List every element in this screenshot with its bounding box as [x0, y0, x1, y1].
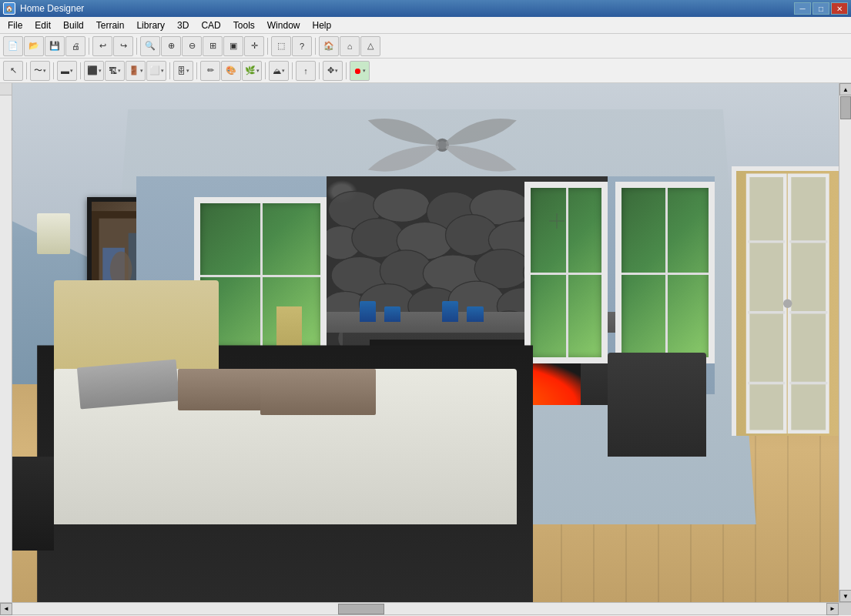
separator-10 — [265, 62, 266, 79]
menu-tools[interactable]: Tools — [227, 18, 261, 32]
main-area: ▲ ▼ — [0, 83, 851, 602]
arrow-up-button[interactable]: ↑ — [296, 61, 316, 81]
zoom-all-button[interactable]: ▣ — [223, 36, 243, 56]
print-button[interactable]: 🖨 — [65, 36, 85, 56]
separator-4 — [315, 38, 316, 55]
menu-help[interactable]: Help — [306, 18, 337, 32]
3d-viewport[interactable] — [12, 83, 839, 602]
menu-bar: File Edit Build Terrain Library 3D CAD T… — [0, 17, 851, 34]
menu-3d[interactable]: 3D — [171, 18, 195, 32]
vase-1 — [360, 301, 376, 322]
hscroll-track[interactable] — [12, 603, 826, 614]
wall-button[interactable]: ▬▾ — [57, 61, 77, 81]
pillow-3 — [260, 369, 376, 416]
undo-button[interactable]: ↩ — [92, 36, 112, 56]
separator-11 — [292, 62, 293, 79]
menu-cad[interactable]: CAD — [195, 18, 226, 32]
menu-terrain[interactable]: Terrain — [90, 18, 131, 32]
menu-library[interactable]: Library — [130, 18, 171, 32]
move-button[interactable]: ✥▾ — [323, 61, 343, 81]
svg-rect-40 — [748, 176, 785, 432]
vase-3 — [442, 301, 458, 322]
app-icon: 🏠 — [3, 2, 15, 15]
menu-file[interactable]: File — [2, 18, 28, 32]
scroll-corner — [839, 603, 851, 615]
record-button[interactable]: ⏺▾ — [350, 61, 370, 81]
minimize-button[interactable]: ─ — [794, 2, 811, 15]
separator-12 — [319, 62, 320, 79]
floor-button[interactable]: ⌂ — [340, 36, 360, 56]
separator-9 — [196, 62, 197, 79]
ruler-corner — [0, 83, 12, 95]
zoom-out-button[interactable]: ⊖ — [182, 36, 202, 56]
window-divider-v3 — [665, 188, 668, 357]
open-button[interactable]: 📂 — [24, 36, 44, 56]
crosshair-icon — [549, 213, 565, 229]
zoom-in-button[interactable]: ⊕ — [161, 36, 181, 56]
nightstand — [12, 457, 54, 550]
door-button[interactable]: 🚪▾ — [126, 61, 146, 81]
separator-2 — [136, 38, 137, 55]
svg-point-1 — [438, 142, 447, 150]
stairs-button[interactable]: 🏗▾ — [105, 61, 125, 81]
window-title: Home Designer — [20, 3, 84, 14]
view3d-button[interactable]: ⬚ — [271, 36, 291, 56]
vertical-scrollbar[interactable]: ▲ ▼ — [839, 83, 851, 602]
redo-button[interactable]: ↪ — [113, 36, 133, 56]
help-button[interactable]: ? — [292, 36, 312, 56]
armchair — [608, 353, 707, 457]
select-button[interactable]: ↖ — [3, 61, 23, 81]
french-doors-right — [732, 166, 839, 436]
room-scene — [12, 83, 839, 602]
draw-button[interactable]: 〜▾ — [30, 61, 50, 81]
house-button[interactable]: 🏠 — [319, 36, 339, 56]
pan-button[interactable]: ✛ — [244, 36, 264, 56]
title-bar: 🏠 Home Designer ─ □ ✕ — [0, 0, 851, 17]
separator-1 — [89, 38, 89, 55]
terrain-tool-button[interactable]: ⛰▾ — [269, 61, 289, 81]
zoom-fit-button[interactable]: ⊞ — [203, 36, 223, 56]
new-button[interactable]: 📄 — [3, 36, 23, 56]
roof-button[interactable]: △ — [360, 36, 380, 56]
window-back-right — [524, 182, 607, 363]
toolbar-1: 📄 📂 💾 🖨 ↩ ↪ 🔍 ⊕ ⊖ ⊞ ▣ ✛ ⬚ ? 🏠 ⌂ △ — [0, 34, 851, 59]
maximize-button[interactable]: □ — [812, 2, 829, 15]
room-button[interactable]: ⬛▾ — [84, 61, 104, 81]
scroll-left-button[interactable]: ◄ — [0, 603, 12, 615]
scroll-up-button[interactable]: ▲ — [839, 83, 851, 95]
title-bar-left: 🏠 Home Designer — [3, 2, 84, 15]
separator-13 — [346, 62, 347, 79]
scroll-track[interactable] — [839, 95, 851, 590]
scroll-thumb[interactable] — [840, 96, 851, 119]
pillow-1 — [77, 359, 179, 409]
vase-4 — [467, 306, 483, 322]
toolbar-2: ↖ 〜▾ ▬▾ ⬛▾ 🏗▾ 🚪▾ ⬜▾ 🗄▾ ✏ 🎨 🌿▾ ⛰▾ ↑ ✥▾ ⏺▾ — [0, 59, 851, 83]
separator-6 — [53, 62, 54, 79]
window-button[interactable]: ⬜▾ — [146, 61, 166, 81]
menu-build[interactable]: Build — [57, 18, 90, 32]
window-far-right — [615, 182, 715, 363]
svg-rect-41 — [789, 176, 827, 432]
separator-3 — [267, 38, 268, 55]
sconce-left — [37, 213, 70, 255]
scroll-right-button[interactable]: ► — [826, 603, 839, 615]
pencil-button[interactable]: ✏ — [200, 61, 220, 81]
save-button[interactable]: 💾 — [45, 36, 65, 56]
menu-window[interactable]: Window — [261, 18, 307, 32]
window-divider-v — [260, 203, 263, 346]
vase-2 — [384, 306, 400, 322]
close-button[interactable]: ✕ — [831, 2, 848, 15]
window-divider-v2 — [566, 188, 568, 357]
zoom-realtime-button[interactable]: 🔍 — [140, 36, 160, 56]
hscroll-thumb[interactable] — [338, 604, 384, 614]
separator-5 — [26, 62, 27, 79]
horizontal-scrollbar[interactable]: ◄ ► — [0, 602, 851, 614]
color-button[interactable]: 🎨 — [221, 61, 241, 81]
plant-button[interactable]: 🌿▾ — [242, 61, 262, 81]
scroll-down-button[interactable]: ▼ — [839, 590, 851, 602]
svg-point-48 — [783, 299, 792, 307]
cabinet-button[interactable]: 🗄▾ — [173, 61, 193, 81]
menu-edit[interactable]: Edit — [28, 18, 57, 32]
separator-8 — [169, 62, 170, 79]
svg-point-9 — [374, 189, 430, 223]
